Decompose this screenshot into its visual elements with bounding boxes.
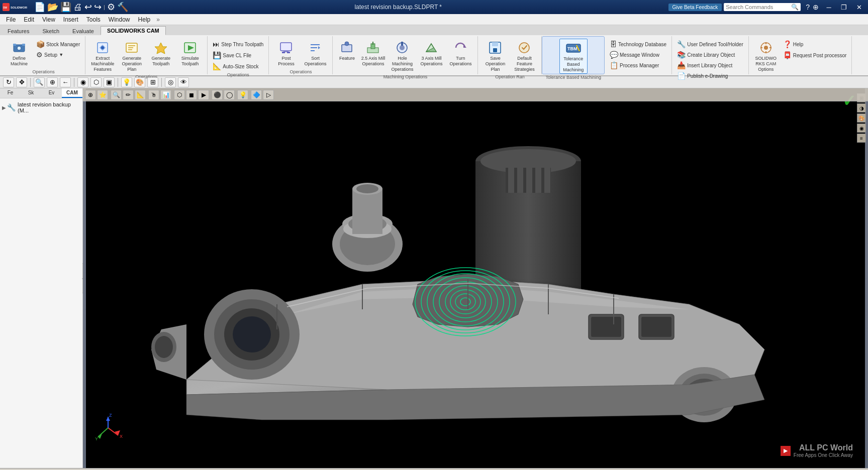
cmd-apply-scene-button[interactable]: 🎨 xyxy=(134,77,145,87)
post-process-button[interactable]: Post Process xyxy=(272,38,300,68)
vp-tb-15[interactable]: ▷ xyxy=(263,90,274,100)
menu-insert[interactable]: Insert xyxy=(59,15,82,24)
vp-tb-11[interactable]: ⚫ xyxy=(212,90,223,100)
vp-tb-2[interactable]: ⭐ xyxy=(97,90,108,100)
tab-solidworks-cam[interactable]: SOLIDWORKS CAM xyxy=(101,26,166,35)
auto-size-stock-button[interactable]: 📐 Auto-Size Stock xyxy=(211,61,265,71)
open-icon[interactable]: 📂 xyxy=(47,2,58,13)
request-post-button[interactable]: 📮 Request Post processor xyxy=(781,50,849,60)
cmd-prev-view-button[interactable]: ← xyxy=(60,77,71,87)
vp-icon-3[interactable]: 🎨 xyxy=(857,113,866,123)
process-manager-button[interactable]: 📋 Process Manager xyxy=(608,60,668,70)
feature-icon xyxy=(339,40,355,56)
print-icon[interactable]: 🖨 xyxy=(73,2,82,13)
vp-tb-3[interactable]: 🔍 xyxy=(111,90,122,100)
cmd-lights-button[interactable]: 💡 xyxy=(121,77,132,87)
panel-tab-sketch[interactable]: Sk xyxy=(21,88,41,98)
question-icon[interactable]: ? xyxy=(805,3,811,11)
panel-tab-features[interactable]: Fe xyxy=(0,88,21,98)
cmd-zoom-area-button[interactable]: ⊕ xyxy=(47,77,58,87)
cmd-zoom-button[interactable]: 🔍 xyxy=(34,77,45,87)
sort-operations-button[interactable]: Sort Operations xyxy=(301,38,329,68)
menu-tools[interactable]: Tools xyxy=(82,15,105,24)
3d-viewport[interactable]: X Y Z ✓ ⊞ ◑ 🎨 ◉ ≡ ⊕ xyxy=(83,88,868,468)
default-feature-strategies-button[interactable]: Default Feature Strategies xyxy=(510,38,538,73)
stock-manager-button[interactable]: 📦 Stock Manager xyxy=(34,39,82,49)
tolerance-based-machining-button[interactable]: TBM Tolerance Based Machining xyxy=(559,39,588,74)
cmd-display-button[interactable]: ◉ xyxy=(77,77,88,87)
vp-icon-5[interactable]: ≡ xyxy=(857,134,866,143)
undo-icon[interactable]: ↩ xyxy=(84,2,92,13)
vp-tb-9[interactable]: ◼ xyxy=(186,90,197,100)
redo-icon[interactable]: ↪ xyxy=(94,2,102,13)
create-library-button[interactable]: 📚 Create Library Object xyxy=(675,50,745,60)
25-axis-mill-button[interactable]: 2.5 Axis Mill Operations xyxy=(359,38,387,68)
tab-sketch[interactable]: Sketch xyxy=(36,27,66,35)
3-axis-mill-button[interactable]: 3 Axis Mill Operations xyxy=(417,38,445,68)
menu-expand-arrow[interactable]: » xyxy=(156,16,160,23)
turn-operations-button[interactable]: Turn Operations xyxy=(446,38,474,68)
hole-machining-button[interactable]: Hole Machining Operations xyxy=(388,38,416,73)
extract-machinable-button[interactable]: Extract Machinable Features xyxy=(88,38,117,73)
tab-evaluate[interactable]: Evaluate xyxy=(66,27,101,35)
generate-operation-button[interactable]: Generate Operation Plan xyxy=(118,38,146,73)
message-window-button[interactable]: 💬 Message Window xyxy=(608,50,668,60)
vp-tb-5[interactable]: 📐 xyxy=(135,90,146,100)
cmd-view-orient-button[interactable]: ⬡ xyxy=(90,77,102,87)
vp-tb-13[interactable]: 💡 xyxy=(237,90,248,100)
cmd-visibility-button[interactable]: 👁 xyxy=(178,77,189,87)
user-defined-tool-button[interactable]: 🔧 User Defined Tool/Holder xyxy=(675,39,745,49)
vp-tb-8[interactable]: ⬡ xyxy=(174,90,185,100)
simulate-toolpath-button[interactable]: Simulate Toolpath xyxy=(176,38,204,68)
vp-tb-14[interactable]: 🔷 xyxy=(251,90,262,100)
define-machine-button[interactable]: Define Machine xyxy=(5,38,33,68)
step-thru-button[interactable]: ⏭ Step Thru Toolpath xyxy=(211,39,265,49)
cmd-hide-show-button[interactable]: ◎ xyxy=(165,77,176,87)
new-icon[interactable]: 📄 xyxy=(34,2,45,13)
insert-library-button[interactable]: 📥 Insert Library Object xyxy=(675,60,745,70)
save-cl-file-button[interactable]: 💾 Save CL File xyxy=(211,50,265,60)
menu-help[interactable]: Help xyxy=(134,15,155,24)
generate-toolpath-button[interactable]: Generate Toolpath xyxy=(147,38,175,68)
search-commands-input[interactable] xyxy=(726,4,791,10)
technology-database-button[interactable]: 🗄 Technology Database xyxy=(608,39,668,49)
build-icon[interactable]: 🔨 xyxy=(117,2,128,13)
beta-feedback-button[interactable]: Give Beta Feedback xyxy=(668,4,722,11)
expand-icon[interactable]: ⊕ xyxy=(812,3,820,11)
panel-tab-cam[interactable]: CAM xyxy=(62,88,82,98)
vp-tb-12[interactable]: ◯ xyxy=(224,90,235,100)
cam-options-button[interactable]: SOLIDWORKS CAM Options xyxy=(752,38,780,73)
save-icon[interactable]: 💾 xyxy=(60,2,71,13)
vp-icon-2[interactable]: ◑ xyxy=(857,103,866,112)
menu-file[interactable]: File xyxy=(2,15,20,24)
cmd-view-palette-button[interactable]: ⊞ xyxy=(147,77,158,87)
vp-tb-10[interactable]: ▶ xyxy=(198,90,209,100)
vp-tb-1[interactable]: ⊕ xyxy=(85,90,96,100)
panel-tab-evaluate[interactable]: Ev xyxy=(41,88,62,98)
cmd-pan-button[interactable]: ✥ xyxy=(16,77,27,87)
ribbon-group-operation-ran: Save Operation Plan Default Feature Stra… xyxy=(478,36,542,74)
vp-tb-4[interactable]: ✏ xyxy=(123,90,134,100)
close-button[interactable]: ✕ xyxy=(852,2,866,13)
tab-features[interactable]: Features xyxy=(1,27,36,35)
feature-button[interactable]: Feature xyxy=(336,38,358,63)
menu-window[interactable]: Window xyxy=(105,15,134,24)
help-button[interactable]: ❓ Help xyxy=(781,39,849,49)
vp-tb-7[interactable]: 📊 xyxy=(160,90,171,100)
udt-icon: 🔧 xyxy=(677,40,686,48)
cmd-section-button[interactable]: ▣ xyxy=(104,77,115,87)
menu-view[interactable]: View xyxy=(38,15,59,24)
setup-button[interactable]: ⚙ Setup ▼ xyxy=(34,50,82,60)
cmd-rotate-button[interactable]: ↻ xyxy=(3,77,14,87)
restore-button[interactable]: ❐ xyxy=(837,2,851,13)
menu-edit[interactable]: Edit xyxy=(20,15,38,24)
vp-tb-6[interactable]: 🖱 xyxy=(148,90,159,100)
save-operation-plan-button[interactable]: Save Operation Plan xyxy=(481,38,509,73)
search-commands-box[interactable]: 🔍 xyxy=(724,3,801,11)
tree-root-item[interactable]: ▶ 🔧 latest revision backup (M... xyxy=(2,100,80,114)
minimize-button[interactable]: ─ xyxy=(822,2,836,13)
insert-lib-icon: 📥 xyxy=(677,61,686,69)
vp-icon-4[interactable]: ◉ xyxy=(857,124,866,133)
publish-edrawing-button[interactable]: 📄 Publish e-Drawing xyxy=(675,71,745,81)
settings-icon[interactable]: ⚙ xyxy=(107,2,115,13)
